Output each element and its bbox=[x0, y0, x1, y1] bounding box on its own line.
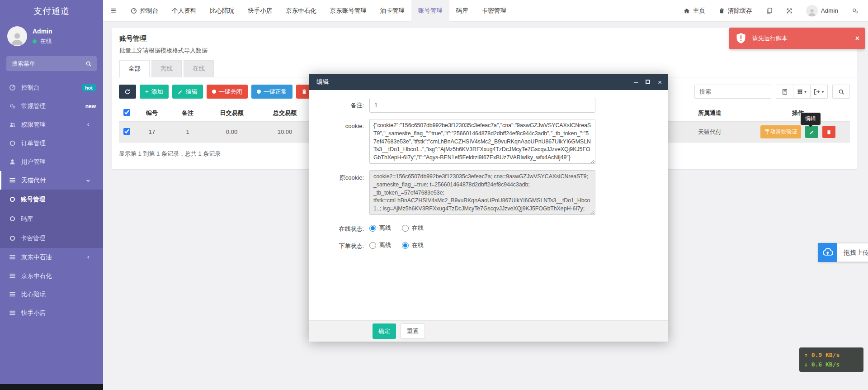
refresh-icon bbox=[124, 89, 131, 95]
nav-tab-oil-card[interactable]: 油卡管理 bbox=[373, 0, 411, 22]
table-search-input[interactable] bbox=[694, 85, 771, 99]
online-status-radios: 离线 在线 bbox=[369, 224, 433, 233]
sidebar-item-users[interactable]: 用户管理 bbox=[0, 152, 103, 171]
old-cookie-textarea[interactable]: cookie2=156c6507db992be3f123035c3efeac7a… bbox=[369, 170, 595, 215]
dot-icon bbox=[212, 90, 216, 94]
cookie-textarea[interactable]: {"cookie2":"156c6507db992be3f123035c3efe… bbox=[369, 119, 595, 164]
row-channel: 天猫代付 bbox=[674, 122, 746, 143]
hamburger-icon[interactable]: ≡ bbox=[103, 5, 124, 16]
select-all-checkbox[interactable] bbox=[123, 109, 130, 116]
nav-tab-bixin[interactable]: 比心陪玩 bbox=[203, 0, 241, 22]
sidebar-item-card-secret[interactable]: 卡密管理 bbox=[0, 228, 103, 248]
radio-option-online[interactable]: 在线 bbox=[402, 241, 424, 249]
copy-page-button[interactable] bbox=[759, 0, 779, 22]
settings-button[interactable] bbox=[845, 0, 865, 22]
sidebar-item-orders[interactable]: 订单管理 bbox=[0, 134, 103, 152]
col-id[interactable]: 编号 bbox=[134, 105, 170, 122]
radio-option-online[interactable]: 在线 bbox=[402, 224, 424, 232]
sidebar-item-permissions[interactable]: 权限管理 bbox=[0, 115, 103, 134]
user-menu[interactable]: Admin bbox=[799, 0, 845, 22]
nav-tab-profile[interactable]: 个人资料 bbox=[165, 0, 203, 22]
nav-tab-jd-accounts[interactable]: 京东账号管理 bbox=[323, 0, 373, 22]
sidebar-item-jd-sinopec-oil[interactable]: 京东中石油 bbox=[0, 248, 103, 266]
nav-tab-jd-sinopec[interactable]: 京东中石化 bbox=[279, 0, 323, 22]
maximize-icon[interactable] bbox=[646, 79, 650, 85]
app-brand[interactable]: 支付通道 bbox=[0, 0, 103, 23]
list-icon bbox=[9, 291, 16, 298]
fullscreen-button[interactable] bbox=[779, 0, 799, 22]
sidebar-item-tmall-pay[interactable]: 天猫代付 bbox=[0, 171, 103, 190]
columns-dropdown-button[interactable]: ▾ bbox=[793, 85, 811, 99]
sidebar-submenu-tmall: 账号管理 码库 卡密管理 bbox=[0, 190, 103, 248]
trash-icon bbox=[302, 89, 307, 95]
home-button[interactable]: 主页 bbox=[677, 0, 712, 22]
nav-tab-code-bank[interactable]: 码库 bbox=[449, 0, 475, 22]
manual-slider-verify-button[interactable]: 手动滑块验证 bbox=[760, 125, 801, 138]
caret-down-icon: ▾ bbox=[804, 89, 807, 94]
tab-offline[interactable]: 离线 bbox=[151, 60, 182, 77]
normal-all-button[interactable]: 一键正常 bbox=[251, 85, 292, 99]
offline-radio[interactable] bbox=[369, 242, 376, 249]
add-button[interactable]: +添加 bbox=[140, 85, 169, 99]
upload-speed: ↑ 0.9 KB/s bbox=[804, 350, 859, 360]
sidebar-item-kuaishou[interactable]: 快手小店 bbox=[0, 304, 103, 322]
sidebar-item-general[interactable]: 常规管理 new bbox=[0, 97, 103, 115]
sidebar-item-dashboard[interactable]: 控制台 hot bbox=[0, 78, 103, 97]
nav-tab-card-secret[interactable]: 卡密管理 bbox=[475, 0, 513, 22]
user-status: 在线 bbox=[33, 38, 52, 45]
sidebar-item-bixin[interactable]: 比心陪玩 bbox=[0, 285, 103, 304]
detail-view-button[interactable] bbox=[776, 85, 793, 99]
pencil-icon bbox=[809, 129, 815, 135]
remark-input[interactable] bbox=[369, 98, 595, 113]
trash-icon bbox=[826, 129, 831, 135]
dialog-titlebar[interactable]: 编辑 ─ × bbox=[309, 74, 668, 90]
reset-button[interactable]: 重置 bbox=[401, 323, 425, 339]
minimize-icon[interactable]: ─ bbox=[634, 79, 638, 85]
close-all-button[interactable]: 一键关闭 bbox=[207, 85, 248, 99]
nav-tab-dashboard[interactable]: 控制台 bbox=[124, 0, 165, 22]
export-icon bbox=[814, 89, 820, 95]
edit-button[interactable]: 编辑 bbox=[172, 85, 203, 99]
col-daily[interactable]: 日交易额 bbox=[206, 105, 258, 122]
pencil-icon bbox=[178, 89, 183, 95]
col-total[interactable]: 总交易额 bbox=[258, 105, 312, 122]
sidebar-item-code-bank[interactable]: 码库 bbox=[0, 209, 103, 228]
sidebar-item-account-management[interactable]: 账号管理 bbox=[0, 190, 103, 209]
export-dropdown-button[interactable]: ▾ bbox=[810, 85, 828, 99]
tab-all[interactable]: 全部 bbox=[119, 60, 150, 77]
row-delete-button[interactable] bbox=[822, 126, 835, 138]
col-remark[interactable]: 备注 bbox=[170, 105, 206, 122]
clear-cache-button[interactable]: 清除缓存 bbox=[712, 0, 759, 22]
alert-run-script: 请先运行脚本 × bbox=[729, 28, 865, 49]
close-icon[interactable]: × bbox=[658, 79, 662, 86]
row-id: 17 bbox=[134, 122, 170, 143]
nav-tab-account-management[interactable]: 账号管理 bbox=[411, 0, 449, 22]
chevron-left-icon bbox=[86, 123, 90, 127]
refresh-button[interactable] bbox=[119, 85, 136, 99]
tab-online[interactable]: 在线 bbox=[184, 60, 214, 77]
radio-option-offline[interactable]: 离线 bbox=[369, 241, 391, 249]
close-icon[interactable]: × bbox=[855, 34, 859, 43]
radio-option-offline[interactable]: 离线 bbox=[369, 224, 391, 232]
online-radio[interactable] bbox=[402, 242, 409, 249]
search-icon bbox=[85, 61, 92, 67]
drag-upload-widget[interactable]: 拖拽上传 bbox=[818, 243, 868, 262]
online-radio[interactable] bbox=[402, 225, 409, 232]
list-icon bbox=[9, 254, 16, 261]
search-toggle-button[interactable] bbox=[832, 85, 850, 99]
offline-radio[interactable] bbox=[369, 225, 376, 232]
sidebar-search-button[interactable] bbox=[80, 56, 97, 71]
form-row-online-status: 在线状态: 离线 在线 bbox=[314, 224, 668, 233]
sidebar-item-jd-sinopec[interactable]: 京东中石化 bbox=[0, 266, 103, 285]
chevron-left-icon bbox=[86, 255, 90, 259]
col-channel[interactable]: 所属通道 bbox=[674, 105, 746, 122]
gauge-icon bbox=[131, 8, 137, 14]
caret-down-icon: ▾ bbox=[821, 89, 824, 94]
old-cookie-label: 原cookie: bbox=[314, 170, 369, 215]
confirm-button[interactable]: 确定 bbox=[373, 323, 396, 339]
grid-icon bbox=[797, 89, 803, 95]
order-status-label: 下单状态: bbox=[314, 241, 369, 250]
nav-tab-kuaishou[interactable]: 快手小店 bbox=[241, 0, 279, 22]
row-checkbox[interactable] bbox=[123, 128, 130, 135]
toolbar-right: ▾ ▾ bbox=[694, 85, 850, 99]
